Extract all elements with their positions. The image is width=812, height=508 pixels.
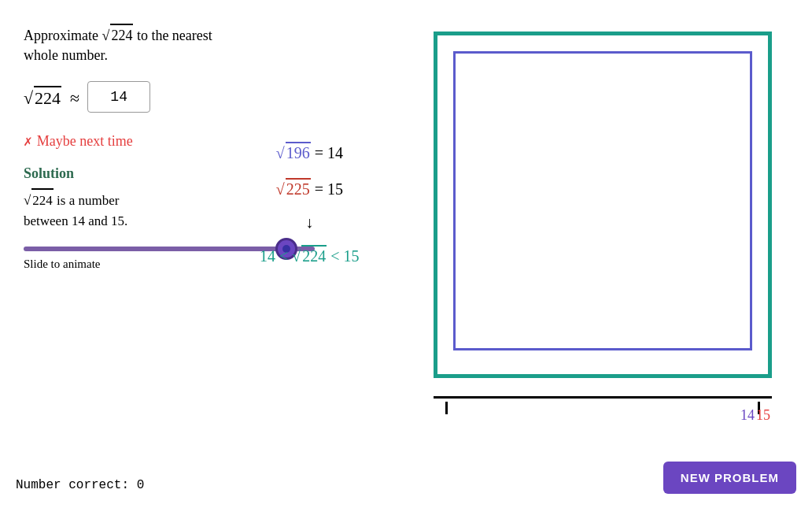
number-correct: Number correct: 0 (16, 478, 144, 492)
new-problem-button[interactable]: NEW PROBLEM (663, 462, 796, 494)
problem-statement: Approximate √224 to the nearestwhole num… (24, 24, 401, 65)
eq2-right: = 15 (315, 180, 343, 198)
outer-square (434, 32, 772, 378)
eq1-right: = 14 (315, 144, 343, 161)
feedback-message: Maybe next time (37, 133, 133, 150)
square-diagram (434, 32, 772, 378)
equation-2: √225 = 15 (276, 178, 343, 198)
radicand-top: 224 (110, 24, 133, 46)
sqrt-expression: √224 ≈ (24, 86, 79, 109)
number-line (434, 396, 772, 399)
number-line-label-15: 15 (756, 407, 770, 424)
right-panel: 14 15 (409, 16, 796, 492)
arrow-down: ↓ (304, 214, 314, 232)
answer-input[interactable] (87, 81, 150, 113)
inequality: 14 < √224 < 15 (260, 245, 360, 265)
inner-square (453, 51, 752, 350)
equations-panel: √196 = 14 √225 = 15 ↓ 14 < √224 < 15 (260, 142, 360, 281)
number-line-container: 14 15 (434, 384, 772, 424)
equation-1: √196 = 14 (276, 142, 343, 162)
bottom-bar: Number correct: 0 NEW PROBLEM (0, 478, 812, 508)
input-row: √224 ≈ (24, 81, 401, 113)
tick-left (445, 402, 448, 414)
cross-icon: ✗ (24, 132, 32, 150)
number-line-label-14: 14 (740, 407, 755, 424)
